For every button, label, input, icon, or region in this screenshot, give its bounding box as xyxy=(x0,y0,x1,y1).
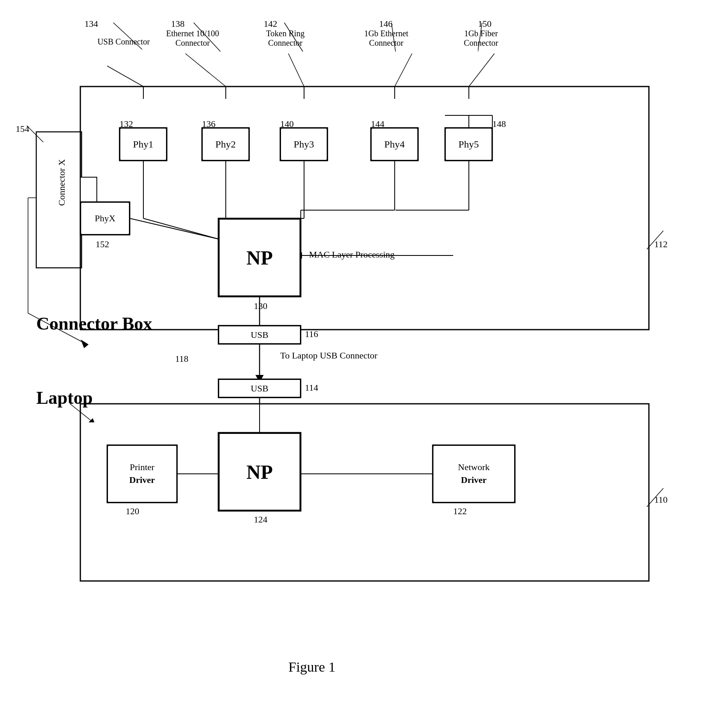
svg-line-30 xyxy=(185,54,226,87)
ref-148: 148 xyxy=(492,119,506,129)
svg-line-62 xyxy=(70,404,91,420)
eth-connector-label: Ethernet 10/100Connector xyxy=(161,29,225,48)
phy1-box: Phy1 xyxy=(119,128,167,161)
ref-122: 122 xyxy=(453,506,467,517)
svg-marker-54 xyxy=(81,340,89,348)
ref-152: 152 xyxy=(96,239,109,250)
svg-line-18 xyxy=(143,218,218,239)
network-driver-box: NetworkDriver xyxy=(433,445,515,503)
figure-caption: Figure 1 xyxy=(288,659,335,675)
line-134 xyxy=(109,19,150,52)
ref-124: 124 xyxy=(254,514,267,525)
np-box-top: NP xyxy=(218,218,301,297)
gbe-connector-label: 1Gb EthernetConnector xyxy=(354,29,418,48)
ref-142: 142 xyxy=(264,19,277,29)
svg-line-60 xyxy=(647,231,663,249)
line-112 xyxy=(634,227,667,251)
ref-138: 138 xyxy=(171,19,185,29)
phyx-box: PhyX xyxy=(80,202,130,235)
ref-116: 116 xyxy=(305,329,318,340)
ref-134: 134 xyxy=(84,19,98,29)
laptop-arrow xyxy=(68,402,101,422)
phy4-box: Phy4 xyxy=(371,128,418,161)
svg-line-36 xyxy=(469,54,494,87)
connector-x-label: Connector X xyxy=(56,141,67,224)
svg-line-64 xyxy=(647,488,663,507)
svg-line-32 xyxy=(288,54,304,87)
usb-bottom-box: USB xyxy=(218,379,301,398)
connector-box-label: Connector Box xyxy=(36,313,152,334)
svg-rect-3 xyxy=(80,177,97,202)
ref-118: 118 xyxy=(175,354,188,364)
printer-driver-box: PrinterDriver xyxy=(107,445,177,503)
to-laptop-label: To Laptop USB Connector xyxy=(280,350,377,361)
phy5-box: Phy5 xyxy=(445,128,492,161)
usb-top-box: USB xyxy=(218,326,301,344)
phy2-box: Phy2 xyxy=(202,128,249,161)
svg-line-41 xyxy=(130,218,218,239)
svg-line-34 xyxy=(395,54,412,87)
line-154 xyxy=(21,119,54,144)
ref-120: 120 xyxy=(126,506,139,517)
np-box-laptop: NP xyxy=(218,433,301,511)
svg-line-28 xyxy=(107,66,143,87)
ref-114: 114 xyxy=(305,382,318,393)
svg-line-61 xyxy=(27,126,43,142)
mac-label: MAC Layer Processing xyxy=(309,249,395,260)
usb-connector-label: USB Connector xyxy=(95,37,152,47)
svg-rect-0 xyxy=(80,87,649,330)
svg-marker-63 xyxy=(89,418,95,422)
ref-130: 130 xyxy=(254,301,267,312)
fiber-connector-label: 1Gb FiberConnector xyxy=(449,29,513,48)
line-110 xyxy=(639,484,672,509)
diagram: 134 138 142 146 150 USB Connector Ethern… xyxy=(0,0,728,705)
phy3-box: Phy3 xyxy=(280,128,328,161)
token-connector-label: Token RingConnector xyxy=(255,29,315,48)
